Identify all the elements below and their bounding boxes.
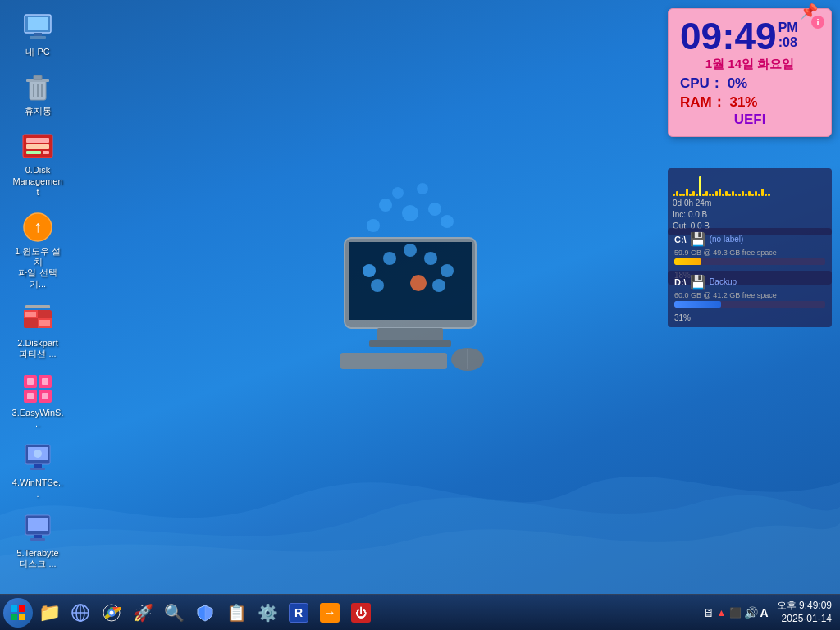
svg-point-51 <box>410 275 427 291</box>
net-bar-14 <box>719 189 721 196</box>
desktop-icons: 내 PC 휴지통 <box>8 8 67 573</box>
svg-rect-34 <box>30 468 45 470</box>
net-bar-18 <box>732 191 734 196</box>
svg-point-55 <box>367 219 380 232</box>
tray-lang-icon[interactable]: A <box>760 606 769 619</box>
svg-point-48 <box>441 264 454 277</box>
desktop-icon-my-pc[interactable]: 내 PC <box>8 8 67 61</box>
clock-cpu: CPU： 0% <box>680 74 819 93</box>
tray-monitor-icon[interactable]: 🖥 <box>703 606 714 619</box>
my-pc-label: 내 PC <box>25 47 49 57</box>
svg-rect-30 <box>42 393 48 399</box>
svg-rect-13 <box>26 151 41 154</box>
taskbar-rocket[interactable]: 🚀 <box>128 598 158 628</box>
clock-date: 1월 14일 화요일 <box>680 57 819 72</box>
net-bar-20 <box>738 194 741 196</box>
desktop-icon-winntse[interactable]: 4.WinNTSe... <box>8 439 67 502</box>
net-bar-9 <box>702 194 705 196</box>
disk-d-size-info: 60.0 GB @ 41.2 GB free space <box>674 291 825 299</box>
net-bar-24 <box>751 194 754 196</box>
desktop-icon-diskpart[interactable]: 2.Diskpart파티션 ... <box>8 299 67 363</box>
clock-seconds: :08 <box>778 35 798 50</box>
net-bar-19 <box>735 194 737 196</box>
taskbar-search[interactable]: 🔍 <box>159 598 189 628</box>
svg-rect-21 <box>39 320 50 326</box>
winntse-label: 4.WinNTSe... <box>11 477 64 499</box>
net-bar-12 <box>712 194 714 196</box>
svg-rect-38 <box>34 535 42 538</box>
tray-time: 오후 9:49:09 <box>777 600 832 613</box>
tray-volume-icon[interactable]: 🔊 <box>744 606 758 619</box>
start-button[interactable] <box>3 598 33 628</box>
svg-rect-6 <box>34 75 42 80</box>
disk-c-header: C:\ 💾 (no label) <box>674 231 825 247</box>
clock-uefi: UEFI <box>680 112 819 128</box>
desktop-icon-recycle-bin[interactable]: 휴지통 <box>8 67 67 120</box>
svg-point-53 <box>379 199 392 212</box>
taskbar-browser[interactable] <box>66 598 95 628</box>
tray-clock[interactable]: 오후 9:49:09 2025-01-14 <box>772 600 837 625</box>
net-bar-1 <box>676 191 678 196</box>
taskbar-file-explorer[interactable]: 📁 <box>34 598 64 628</box>
disk-c-bar-used <box>674 258 701 265</box>
cpu-label: CPU： <box>680 75 724 91</box>
net-bar-27 <box>761 189 764 196</box>
svg-point-44 <box>363 264 376 277</box>
svg-rect-1 <box>28 17 48 30</box>
desktop-icon-easywins[interactable]: 3.EasyWinS... <box>8 369 67 432</box>
clock-ram: RAM： 31% <box>680 93 819 112</box>
net-bar-13 <box>715 191 718 196</box>
svg-point-54 <box>428 203 441 216</box>
disk-c-bar-container <box>674 258 825 265</box>
network-info: 0d 0h 24m Inc: 0.0 B Out: 0.0 B <box>673 198 827 232</box>
windows-setup-label: 1.윈도우 설치파일 선택기... <box>11 246 64 290</box>
taskbar-tray: 🖥 ▲ ⬛ 🔊 A 오후 9:49:09 2025-01-14 <box>703 600 837 625</box>
net-bar-4 <box>686 189 688 196</box>
chrome-icon <box>102 603 121 623</box>
rocket-icon: 🚀 <box>133 603 153 623</box>
disk-d-widget: D:\ 💾 Backup 60.0 GB @ 41.2 GB free spac… <box>668 271 832 327</box>
taskbar-shield[interactable] <box>190 598 220 628</box>
disk-management-label: 0.DiskManagement <box>11 165 64 198</box>
desktop-icon-terabyte[interactable]: 5.Terabyte디스크 ... <box>8 509 67 573</box>
desktop-icon-windows-setup[interactable]: ↑ 1.윈도우 설치파일 선택기... <box>8 208 67 293</box>
tray-up-icon[interactable]: ▲ <box>717 607 727 619</box>
svg-rect-65 <box>19 614 25 620</box>
taskbar-r-app[interactable]: R <box>284 598 313 628</box>
network-inc: Inc: 0.0 B <box>673 209 827 221</box>
recycle-bin-icon <box>21 71 54 103</box>
taskbar-chrome[interactable] <box>97 598 126 628</box>
svg-point-56 <box>441 215 454 228</box>
clock-hours: 09:49 <box>680 17 777 55</box>
taskbar-settings[interactable]: ⚙️ <box>253 598 282 628</box>
tray-square-icon[interactable]: ⬛ <box>729 607 742 619</box>
desktop-icon-disk-management[interactable]: 0.DiskManagement <box>8 126 67 201</box>
clock-time-display: 09:49 PM :08 <box>680 17 819 55</box>
net-bar-5 <box>689 194 692 196</box>
taskbar-notes[interactable]: 📋 <box>221 598 251 628</box>
svg-rect-39 <box>30 538 45 541</box>
disk-c-size: 59.9 GB @ <box>674 249 711 257</box>
network-uptime: 0d 0h 24m <box>673 198 827 209</box>
clock-ampm: PM <box>778 21 798 35</box>
net-bar-7 <box>696 194 698 196</box>
svg-point-35 <box>34 450 42 458</box>
recycle-bin-label: 휴지통 <box>25 106 52 116</box>
terabyte-label: 5.Terabyte디스크 ... <box>16 548 58 569</box>
svg-point-47 <box>424 252 437 265</box>
center-monitor-illustration <box>287 131 533 394</box>
net-bar-0 <box>673 194 675 196</box>
disk-c-free: 49.3 GB free space <box>713 249 777 257</box>
disk-c-size-info: 59.9 GB @ 49.3 GB free space <box>674 249 825 257</box>
svg-rect-11 <box>26 138 49 143</box>
taskbar-power[interactable]: ⏻ <box>346 598 376 628</box>
disk-d-bar-container <box>674 301 825 308</box>
svg-rect-63 <box>19 605 25 612</box>
cpu-value: 0% <box>728 75 748 91</box>
svg-rect-22 <box>25 305 50 308</box>
net-bar-22 <box>745 194 747 196</box>
net-bar-10 <box>705 191 708 196</box>
taskbar-arrow-app[interactable]: → <box>315 598 345 628</box>
svg-point-49 <box>432 279 445 292</box>
terabyte-icon <box>21 513 54 546</box>
